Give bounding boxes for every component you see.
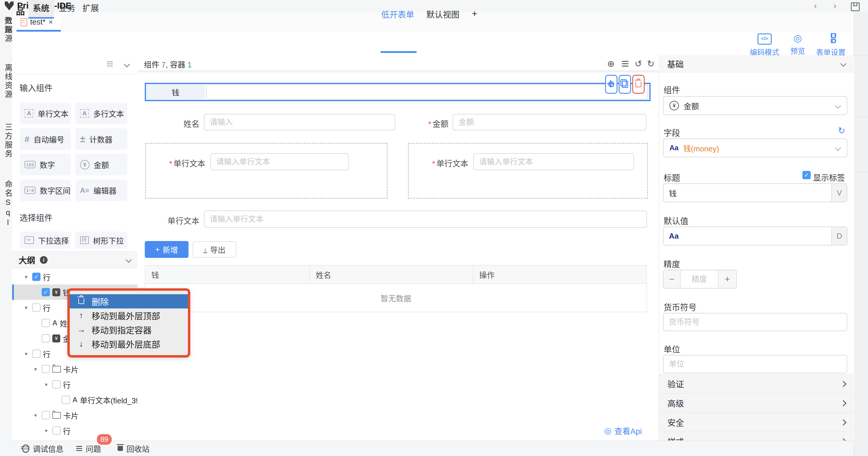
checkbox-unchecked[interactable]: ✓ [42, 365, 50, 373]
section-validation[interactable]: 验证 [659, 374, 854, 393]
selected-money-component[interactable]: 钱 [145, 83, 651, 101]
inspector-header[interactable]: 基础 [659, 55, 854, 73]
component-settings-button[interactable] [605, 75, 617, 94]
checkbox-unchecked[interactable]: ✓ [32, 349, 40, 358]
view-api-link[interactable]: ◎ 查看Api [604, 425, 642, 436]
components-icon[interactable]: 品 [16, 4, 25, 17]
palette-item-number-range[interactable]: 1~3 数字区间 [20, 179, 71, 201]
field-dropdown[interactable]: Aa 钱(money) [663, 138, 847, 157]
back-icon[interactable]: ‹ [809, 1, 821, 11]
amount-input[interactable] [453, 114, 646, 131]
card-left-input[interactable] [210, 153, 349, 170]
default-value-input[interactable] [663, 227, 831, 245]
inspector-collapse-chevron-icon[interactable] [840, 61, 846, 67]
checkbox-checked[interactable]: ✓ [32, 273, 40, 281]
palette-item-dropdown-select[interactable]: 下拉选择 [20, 232, 71, 249]
outline-toggle-icon[interactable] [622, 61, 628, 62]
checkbox-unchecked[interactable]: ✓ [32, 304, 40, 312]
caret-down-icon[interactable]: ▼ [33, 413, 39, 418]
palette-item-money[interactable]: ¥ 金额 [75, 154, 127, 175]
tab-low-code-form[interactable]: 低开表单 [381, 8, 414, 20]
outline-row-field391[interactable]: ✓ A 单行文本(field_391 [12, 392, 137, 407]
checkbox-checked[interactable]: ✓ [42, 288, 50, 296]
palette-item-auto-number[interactable]: # 自动编号 [20, 129, 71, 150]
add-view-button[interactable]: + [472, 8, 477, 19]
caret-down-icon[interactable]: ▼ [44, 382, 50, 387]
export-button[interactable]: ↓ 导出 [193, 241, 236, 258]
form-settings-button[interactable]: 表单设置 [813, 33, 848, 57]
gear-icon [608, 81, 614, 87]
caret-down-icon[interactable]: ▼ [44, 428, 50, 433]
problems-button[interactable]: 问题 [76, 443, 101, 454]
close-icon[interactable]: × [49, 18, 53, 27]
tab-extension[interactable]: 扩展 [80, 0, 101, 17]
outline-row-row5[interactable]: ▼ ✓ 行 [12, 423, 137, 438]
component-copy-button[interactable] [619, 75, 631, 94]
outline-collapse-chevron-icon[interactable] [126, 257, 132, 263]
menu-item-delete[interactable]: 删除 [70, 294, 188, 308]
menu-item-move-to-top[interactable]: ↑ 移动到最外层顶部 [70, 308, 188, 323]
precision-input[interactable] [681, 270, 718, 288]
title-variable-button[interactable]: V [831, 184, 847, 202]
menu-item-move-to-bottom[interactable]: ↓ 移动到最外层底部 [70, 337, 188, 351]
plus-button[interactable]: + [718, 270, 736, 288]
globe-icon[interactable]: ⊕ [607, 59, 615, 69]
card-container-right[interactable] [408, 143, 648, 199]
default-value-group: D [663, 227, 847, 246]
palette-item-counter[interactable]: ± 计数器 [75, 129, 127, 150]
auto-number-icon: # [25, 134, 30, 144]
show-label-checkbox[interactable]: ✓ [802, 171, 811, 179]
palette-item-multi-line-text[interactable]: A 多行文本 [75, 103, 127, 124]
money-input[interactable] [206, 84, 648, 99]
checkbox-unchecked[interactable]: ✓ [42, 334, 50, 342]
currency-symbol-input[interactable] [663, 313, 847, 331]
tab-system[interactable]: 系统 [28, 0, 54, 19]
palette-item-tree-dropdown[interactable]: 树形下拉 [75, 232, 127, 249]
code-mode-button[interactable]: </> 编码模式 [747, 33, 782, 57]
checkbox-unchecked[interactable]: ✓ [62, 396, 70, 404]
checkbox-unchecked[interactable]: ✓ [42, 411, 50, 419]
palette-menu-icon[interactable] [107, 64, 113, 64]
component-dropdown[interactable]: ¥ 金额 [663, 96, 847, 115]
caret-down-icon[interactable]: ▼ [33, 367, 39, 372]
save-icon[interactable] [851, 2, 860, 11]
checkbox-unchecked[interactable]: ✓ [52, 380, 61, 389]
unit-input[interactable] [663, 355, 847, 373]
card-right-input[interactable] [473, 153, 634, 170]
caret-down-icon[interactable]: ▼ [24, 305, 30, 310]
refresh-icon[interactable]: ↻ [838, 125, 845, 136]
redo-icon[interactable]: ↻ [647, 59, 654, 69]
debug-info-button[interactable]: 调试信息 [22, 443, 64, 454]
tab-business[interactable]: 业务 [57, 0, 78, 17]
default-value-button[interactable]: D [831, 227, 847, 245]
checkbox-unchecked[interactable]: ✓ [42, 319, 50, 327]
checkbox-unchecked[interactable]: ✓ [52, 426, 61, 435]
component-delete-button[interactable] [632, 75, 645, 94]
palette-item-editor[interactable]: A≡ 编辑器 [75, 179, 127, 201]
preview-button[interactable]: ◎ 预览 [780, 33, 815, 56]
single-text-input[interactable] [204, 210, 647, 228]
outline-row-card2[interactable]: ▼ ✓ 卡片 [12, 407, 137, 423]
tab-default-view[interactable]: 默认视图 [426, 8, 459, 20]
outline-row-row4[interactable]: ▼ ✓ 行 [12, 377, 137, 392]
outline-row-card1[interactable]: ▼ ✓ 卡片 [12, 361, 137, 377]
outline-header[interactable]: 大纲 i [12, 251, 137, 268]
add-row-button[interactable]: + 新增 [145, 241, 188, 258]
caret-down-icon[interactable]: ▼ [24, 351, 30, 357]
title-input-group: V [663, 183, 847, 202]
minus-button[interactable]: − [663, 270, 681, 288]
forward-icon[interactable]: › [829, 1, 841, 11]
section-security[interactable]: 安全 [659, 412, 854, 432]
undo-icon[interactable]: ↺ [634, 59, 642, 69]
outline-row-row1[interactable]: ▼ ✓ 行 [12, 269, 137, 284]
recycle-bin-button[interactable]: 回收站 [118, 443, 150, 454]
name-input[interactable] [204, 114, 395, 131]
title-input[interactable] [663, 184, 831, 201]
caret-down-icon[interactable]: ▼ [24, 275, 30, 280]
palette-item-number[interactable]: 123 数字 [20, 154, 71, 175]
section-advanced[interactable]: 高级 [659, 393, 854, 412]
number-range-icon: 1~3 [25, 187, 35, 194]
card-container-left[interactable] [145, 143, 388, 199]
palette-item-single-line-text[interactable]: A 单行文本 [20, 103, 71, 124]
menu-item-move-to-container[interactable]: → 移动到指定容器 [70, 323, 188, 337]
